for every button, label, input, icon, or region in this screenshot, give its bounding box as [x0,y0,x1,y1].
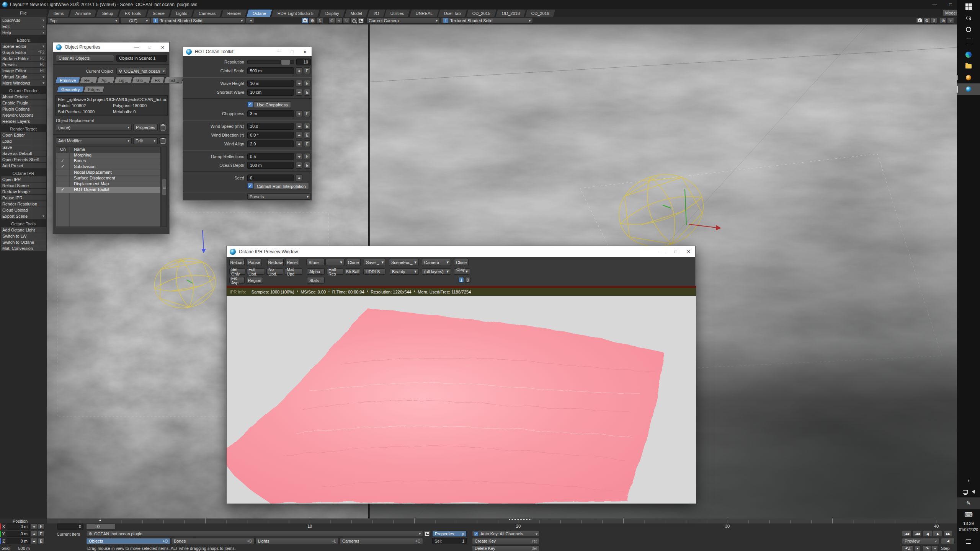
sidebar-item-cloud-upload[interactable]: Cloud Upload [1,207,46,213]
z-position-field[interactable]: 0 m [7,538,30,544]
add-modifier-dropdown[interactable]: Add Modifier▾ [56,137,132,144]
tab-render[interactable]: Render [221,9,248,17]
ipr-clone-button[interactable]: Clone [346,259,361,266]
ipr-hdrls-button[interactable]: HDRLS [363,268,385,275]
ipr-store-button[interactable]: Store [306,259,325,266]
sidebar-item-add-octane-light[interactable]: Add Octane Light [1,227,46,233]
tab-fx-tools[interactable]: FX Tools [118,9,147,17]
tab-edges[interactable]: Edges [83,86,105,93]
select-cameras-button[interactable]: Cameras+C [340,538,423,544]
mini-slider-icon[interactable]: ◂▸ [296,162,302,169]
tab-global[interactable]: Glo _ [132,77,151,83]
tab-model[interactable]: Model [344,9,369,17]
sidebar-item-reload-scene[interactable]: Reload Scene [1,183,46,188]
tab-cameras[interactable]: Cameras [192,9,222,17]
tab-display[interactable]: Display [319,9,346,17]
copy-paste-button[interactable] [159,137,167,144]
maximize-icon[interactable]: □ [669,246,682,257]
mini-slider-icon[interactable]: ◂▸ [296,132,302,139]
go-first-frame-button[interactable]: |◀◀ [902,531,911,537]
minimize-icon[interactable]: — [656,246,669,257]
ipr-store-dropdown[interactable]: ▾ [325,259,345,266]
tab-scene[interactable]: Scene [146,9,171,17]
tab-animate[interactable]: Animate [69,9,97,17]
rotate-view-icon[interactable]: ↻ [343,18,350,24]
maximize-icon[interactable]: □ [286,47,299,56]
envelope-button[interactable]: E [38,531,44,537]
pen-icon[interactable]: ✎ [957,497,980,509]
select-objects-button[interactable]: Objects+O [86,538,170,544]
tab-od-2019[interactable]: OD_2019 [525,9,556,17]
sidebar-item-open-ipr[interactable]: Open IPR [1,176,46,182]
mini-slider-icon[interactable]: ◂▸ [296,174,302,181]
edge-browser-icon[interactable] [957,49,980,60]
sidebar-item-load[interactable]: Load [1,138,46,144]
tab-appearance[interactable]: Ap _ [97,77,115,83]
modifier-row[interactable]: ✓Subdivision [56,164,160,170]
maximize-icon[interactable]: □ [143,42,156,52]
resolution-slider[interactable] [247,60,294,64]
ipr-alpha-button[interactable]: Alpha [307,268,325,275]
maximize-button[interactable]: □ [946,1,955,8]
seed-field[interactable]: 0 [247,174,294,181]
tab-lights[interactable]: Lights [170,9,194,17]
modifier-row-selected[interactable]: ✓HOT Ocean Toolkit [56,187,160,193]
ipr-counter-0[interactable]: 0 [465,277,470,283]
tab-unreal[interactable]: UNREAL [409,9,439,17]
select-lights-button[interactable]: Lights+L [255,538,339,544]
sidebar-item-pause-ipr[interactable]: Pause IPR [1,195,46,201]
prev-keyframe-button[interactable]: •◀◀ [912,531,922,537]
sidebar-item-plugin-options[interactable]: Plugin Options [1,106,46,112]
prev-frame-button[interactable]: ◀| [923,531,932,537]
gear-icon[interactable]: ⚙ [309,18,316,24]
damp-reflections-field[interactable]: 0.5 [247,153,294,160]
clock-time[interactable]: 13:39 [957,520,980,527]
gear-icon[interactable]: ⚙ [923,18,930,24]
wind-align-field[interactable]: 2.0 [247,140,294,147]
camera-dropdown[interactable]: Current Camera▾ [366,17,440,24]
mini-slider-icon[interactable]: ◂▸ [296,140,302,147]
single-pane-icon[interactable] [358,18,364,24]
preview-dropdown[interactable]: Preview▾ [902,538,939,544]
file-menu-header[interactable]: File [0,9,47,17]
tab-hdr-light-studio[interactable]: HDR Light Studio 5 [271,9,320,17]
wave-height-field[interactable]: 10 m [247,80,294,87]
modifier-list-scrollbar[interactable] [162,147,167,227]
envelope-button[interactable]: E [304,89,310,96]
mini-slider-icon[interactable]: ◂▸ [296,123,302,130]
ipr-redraw-button[interactable]: Redraw [267,259,284,266]
tray-network-volume[interactable] [957,486,980,497]
shading-dropdown-left[interactable]: TTextured Shaded Solid▾ [151,17,245,24]
global-scale-field[interactable]: 500 m [247,67,294,74]
sidebar-item-edit[interactable]: Edit▾ [1,23,46,29]
clear-all-objects-button[interactable]: Clear All Objects [56,55,114,62]
envelope-button[interactable]: E [304,153,310,160]
clock-date[interactable]: 01/07/2020 [957,527,980,533]
modifier-row[interactable]: Surface Displacement [56,176,160,181]
ipr-sel-only-button[interactable]: Sel Only [229,268,245,275]
center-item-icon[interactable]: ⊕ [328,18,335,24]
envelope-button[interactable]: E [304,67,310,74]
save-view-icon[interactable]: ⇩ [931,18,938,24]
shading-dropdown-right[interactable]: TTextured Shaded Solid▾ [441,17,533,24]
render-camera-icon[interactable] [916,18,923,24]
auto-key-dropdown[interactable]: ✓ Auto Key: All Channels ▾ [472,531,539,537]
envelope-button[interactable]: E [304,132,310,139]
ipr-scenefoc-dropdown[interactable]: SceneFoc_▾ [389,259,419,266]
tab-setup[interactable]: Setup [96,9,119,17]
mini-slider-icon[interactable]: ◂▸ [296,153,302,160]
envelope-button[interactable]: E [304,123,310,130]
modifier-row[interactable]: Displacement Map [56,181,160,187]
sidebar-item-presets[interactable]: PresetsF8 [1,62,46,67]
wind-direction-field[interactable]: 0.0 ° [247,132,294,139]
minimize-button[interactable]: — [930,1,939,8]
sidebar-item-surface-editor[interactable]: Surface EditorF5 [1,55,46,61]
mini-slider-icon[interactable]: ◂▸ [31,523,37,530]
modifier-row[interactable]: Morphing [56,153,160,158]
tab-od-2018[interactable]: OD_2018 [495,9,526,17]
mini-slider-icon[interactable]: ◂▸ [296,110,302,117]
x-position-field[interactable]: 0 m [7,523,30,530]
tab-octane[interactable]: Octane [246,9,273,17]
mini-slider-icon[interactable]: ◂▸ [31,538,37,544]
tab-primitive[interactable]: Primitive [55,77,80,83]
